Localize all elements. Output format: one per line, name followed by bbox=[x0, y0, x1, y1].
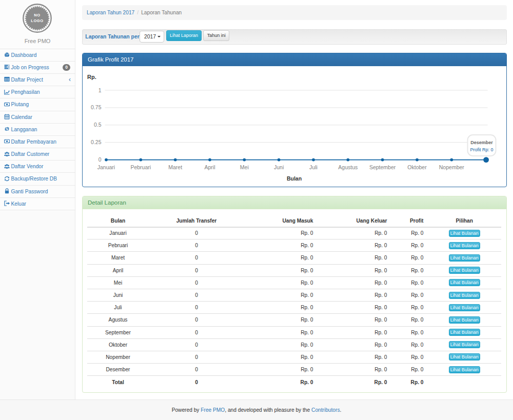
svg-text:Rp.: Rp. bbox=[87, 74, 96, 80]
svg-text:0.5: 0.5 bbox=[94, 122, 102, 128]
svg-text:0.25: 0.25 bbox=[91, 139, 102, 145]
svg-text:Agustus: Agustus bbox=[338, 164, 358, 170]
svg-text:Mei: Mei bbox=[240, 164, 249, 170]
svg-text:Januari: Januari bbox=[97, 164, 115, 170]
svg-text:Nopember: Nopember bbox=[439, 164, 465, 170]
svg-text:Desember: Desember bbox=[470, 140, 493, 145]
svg-text:Maret: Maret bbox=[168, 164, 182, 170]
svg-text:Pebruari: Pebruari bbox=[130, 164, 151, 170]
svg-text:0.75: 0.75 bbox=[91, 104, 102, 110]
svg-text:Oktober: Oktober bbox=[407, 164, 427, 170]
svg-text:April: April bbox=[204, 164, 215, 170]
svg-text:NO: NO bbox=[34, 13, 40, 17]
svg-text:Juli: Juli bbox=[309, 164, 318, 170]
svg-text:LOGO: LOGO bbox=[31, 18, 43, 23]
svg-text:September: September bbox=[369, 164, 396, 170]
svg-text:Juni: Juni bbox=[274, 164, 284, 170]
svg-text:1: 1 bbox=[98, 87, 102, 93]
svg-text:Profit Rp: 0: Profit Rp: 0 bbox=[470, 147, 493, 152]
svg-text:Bulan: Bulan bbox=[287, 175, 302, 182]
svg-text:0: 0 bbox=[98, 156, 102, 163]
